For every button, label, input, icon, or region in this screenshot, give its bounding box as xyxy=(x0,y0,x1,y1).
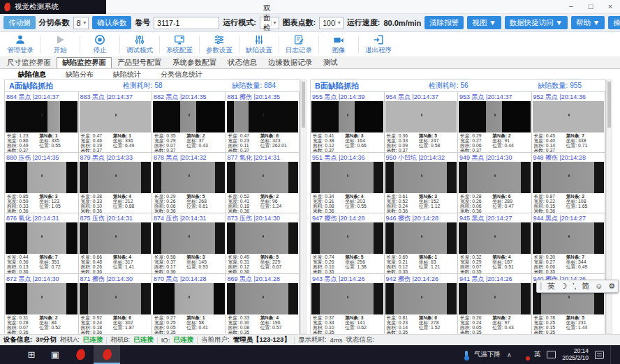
defect-image[interactable] xyxy=(311,162,383,193)
defect-cell-871[interactable]: 871 擦伤 |20:14:30长度: 0.92宽度: 0.24面积: 0.18… xyxy=(79,274,153,335)
run-mode-select[interactable]: 双面检测▾ xyxy=(260,17,279,29)
defect-cell-869[interactable]: 869 黑点 |20:14:28长度: 0.33宽度: 0.30面积: 0.08… xyxy=(226,274,300,335)
defect-cell-941[interactable]: 941 黑点 |20:14:26长度: 0.26宽度: 0.24面积: 0.05… xyxy=(458,274,532,335)
defect-cell-870[interactable]: 870 黑点 |20:14:28长度: 0.27宽度: 0.25面积: 0.05… xyxy=(152,274,226,335)
view-menu-button[interactable]: 视图 ▼ xyxy=(467,16,501,29)
defect-image[interactable] xyxy=(459,162,531,193)
defect-cell-874[interactable]: 874 压伤 |20:14:31长度: 0.58宽度: 0.37面积: 0.17… xyxy=(152,213,226,274)
defect-cell-952[interactable]: 952 黑点 |20:14:36长度: 0.45宽度: 0.40面积: 0.14… xyxy=(532,92,606,153)
defect-image[interactable] xyxy=(459,283,531,314)
defect-cell-947[interactable]: 947 擦伤 |20:14:28长度: 0.74宽度: 0.26面积: 0.16… xyxy=(311,213,385,274)
defect-cell-872[interactable]: 872 黑点 |20:14:30长度: 0.31宽度: 0.28面积: 0.07… xyxy=(5,274,79,335)
hidden-icons-chevron[interactable]: ∧ xyxy=(507,351,512,358)
defect-cell-873[interactable]: 873 压伤 |20:14:30长度: 0.49宽度: 0.31面积: 0.12… xyxy=(226,213,300,274)
defect-cell-955[interactable]: 955 黑点 |20:14:39长度: 0.41宽度: 0.38面积: 0.12… xyxy=(311,92,385,153)
defect-image[interactable] xyxy=(311,101,383,132)
defect-image[interactable] xyxy=(153,222,225,254)
toolbar-button-log[interactable]: 日志记录 xyxy=(281,33,316,56)
defect-image[interactable] xyxy=(6,162,78,193)
defect-image[interactable] xyxy=(385,162,457,193)
defect-cell-879[interactable]: 879 黑点 |20:14:33长度: 0.38宽度: 0.33面积: 0.10… xyxy=(79,153,153,213)
defect-image[interactable] xyxy=(6,222,78,254)
defect-cell-949[interactable]: 949 黑点 |20:14:30长度: 0.28宽度: 0.26面积: 0.06… xyxy=(458,153,532,213)
defect-cell-945[interactable]: 945 黑点 |20:14:27长度: 0.32宽度: 0.29面积: 0.07… xyxy=(458,213,532,274)
defect-image[interactable] xyxy=(153,101,225,132)
clear-alarm-button[interactable]: 清除报警 xyxy=(425,16,464,29)
defect-image[interactable] xyxy=(6,283,78,314)
ime-settings-gear-icon[interactable]: ⚙ xyxy=(608,280,615,292)
tab-2[interactable]: 产品型号配置 xyxy=(112,57,167,68)
defect-cell-875[interactable]: 875 压伤 |20:14:31长度: 0.66宽度: 0.48面积: 0.26… xyxy=(79,213,153,274)
defect-image[interactable] xyxy=(80,222,152,254)
defect-image[interactable] xyxy=(533,222,605,254)
tab-1[interactable]: 缺陷监控界面 xyxy=(57,57,112,68)
tab-3[interactable]: 系统参数配置 xyxy=(167,57,222,68)
task-view-icon[interactable]: ▣ xyxy=(43,345,67,364)
panel-b-scrollbar[interactable] xyxy=(606,79,612,334)
data-quick-access-menu-button[interactable]: 数据快捷访问 ▼ xyxy=(505,16,568,29)
taskbar-app-icon[interactable] xyxy=(67,345,94,364)
defect-image[interactable] xyxy=(459,101,531,132)
subtab-0[interactable]: 缺陷信息 xyxy=(8,70,56,79)
toolbar-button-play[interactable]: 开始 xyxy=(43,33,78,56)
defect-image[interactable] xyxy=(227,222,299,254)
minimize-button[interactable]: − xyxy=(561,0,581,14)
defect-image[interactable] xyxy=(80,162,152,193)
defect-cell-942[interactable]: 942 擦伤 |20:14:26长度: 0.81宽度: 0.23面积: 0.14… xyxy=(385,274,459,335)
ime-english-toggle[interactable]: 英 xyxy=(547,280,555,292)
ime-punctuation-toggle[interactable]: ’, xyxy=(573,280,577,292)
defect-cell-951[interactable]: 951 黑点 |20:14:36长度: 0.34宽度: 0.31面积: 0.08… xyxy=(311,153,385,213)
toolbar-button-user[interactable]: 管理登录 xyxy=(3,33,38,56)
defect-image[interactable] xyxy=(385,101,457,132)
operator-side-button[interactable]: 操作侧 xyxy=(608,16,620,29)
defect-cell-883[interactable]: 883 黑点 |20:14:37长度: 0.47宽度: 0.46面积: 0.19… xyxy=(79,92,153,153)
toolbar-button-camera[interactable]: 图像 xyxy=(321,33,356,56)
toolbar-button-params[interactable]: 参数设置 xyxy=(202,33,237,56)
defect-cell-880[interactable]: 880 压伤 |20:14:35长度: 0.85宽度: 0.59面积: 0.33… xyxy=(5,153,79,213)
defect-image[interactable] xyxy=(385,222,457,254)
subtab-3[interactable]: 分类信息统计 xyxy=(151,70,212,79)
toolbar-button-defect[interactable]: 缺陷设置 xyxy=(242,33,276,56)
defect-image[interactable] xyxy=(227,162,299,193)
scrollbar-thumb[interactable] xyxy=(607,82,611,128)
roll-number-input[interactable] xyxy=(154,17,219,29)
defect-image[interactable] xyxy=(153,162,225,193)
defect-image[interactable] xyxy=(311,222,383,254)
slit-count-select[interactable]: 8▾ xyxy=(73,17,89,29)
toolbar-button-exit[interactable]: 退出程序 xyxy=(361,33,396,56)
defect-cell-946[interactable]: 946 擦伤 |20:14:28长度: 0.69宽度: 0.21面积: 0.12… xyxy=(385,213,459,274)
defect-cell-877[interactable]: 877 氧化 |20:14:31长度: 0.52宽度: 0.41面积: 0.18… xyxy=(226,153,300,213)
defect-cell-876[interactable]: 876 氧化 |20:14:31长度: 0.44宽度: 0.36面积: 0.13… xyxy=(5,213,79,274)
defect-image[interactable] xyxy=(459,222,531,254)
defect-image[interactable] xyxy=(80,283,152,314)
taskbar-clock[interactable]: 20:142025/2/10 xyxy=(562,348,589,361)
defect-image[interactable] xyxy=(153,283,225,314)
ime-moon-icon[interactable]: ☽ xyxy=(560,280,567,292)
close-button[interactable]: × xyxy=(600,0,620,14)
taskbar-app-icon-active[interactable] xyxy=(94,345,120,364)
defect-cell-953[interactable]: 953 黑点 |20:14:37长度: 0.29宽度: 0.27面积: 0.06… xyxy=(458,92,532,153)
toolbar-button-debug[interactable]: 调试模式 xyxy=(122,33,157,56)
defect-image[interactable] xyxy=(227,283,299,314)
defect-image[interactable] xyxy=(6,101,78,132)
toolbar-button-monitor[interactable]: 系统配置 xyxy=(162,33,197,56)
subtab-1[interactable]: 缺陷分布 xyxy=(56,70,103,79)
chart-points-select[interactable]: 100▾ xyxy=(319,17,344,29)
subtab-2[interactable]: 缺陷统计 xyxy=(103,70,151,79)
defect-cell-943[interactable]: 943 黑点 |20:14:26长度: 0.37宽度: 0.34面积: 0.10… xyxy=(311,274,385,335)
keyboard-icon[interactable] xyxy=(547,351,556,358)
defect-cell-948[interactable]: 948 擦伤 |20:14:28长度: 0.87宽度: 0.22面积: 0.15… xyxy=(532,153,606,213)
defect-cell-950[interactable]: 950 小凹坑 |20:14:32长度: 0.61宽度: 0.52面积: 0.2… xyxy=(385,153,459,213)
panel-a-scrollbar[interactable] xyxy=(300,79,307,334)
tab-4[interactable]: 状态信息 xyxy=(222,57,263,68)
maximize-button[interactable]: □ xyxy=(581,0,600,14)
show-desktop-button[interactable] xyxy=(610,345,613,364)
tab-6[interactable]: 测试 xyxy=(318,57,344,68)
ime-drag-handle[interactable] xyxy=(540,282,542,290)
defect-image[interactable] xyxy=(533,101,605,132)
defect-image[interactable] xyxy=(533,162,605,193)
tab-0[interactable]: 尺寸监控界面 xyxy=(1,57,57,68)
tab-5[interactable]: 边缘数据记录 xyxy=(263,57,318,68)
volume-icon[interactable] xyxy=(518,351,528,359)
weather-text[interactable]: 气温下降 xyxy=(474,350,501,359)
